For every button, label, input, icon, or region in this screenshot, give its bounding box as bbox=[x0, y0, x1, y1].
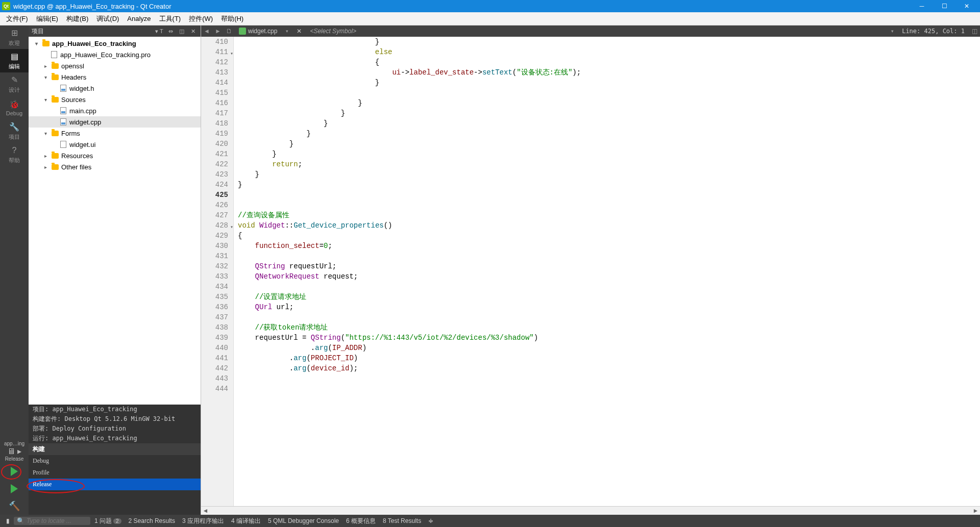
menu-edit[interactable]: 编辑(E) bbox=[32, 13, 62, 25]
menu-widgets[interactable]: 控件(W) bbox=[185, 13, 217, 25]
pane-app-output[interactable]: 3 应用程序输出 bbox=[179, 515, 227, 527]
locator[interactable]: 🔍 bbox=[14, 517, 90, 525]
tree-widget-h[interactable]: widget.h bbox=[29, 83, 201, 94]
scroll-left-icon[interactable]: ◄ bbox=[201, 507, 210, 515]
debug-run-button[interactable] bbox=[0, 480, 29, 497]
play-icon bbox=[11, 467, 18, 476]
mode-edit[interactable]: ▤编辑 bbox=[0, 49, 29, 72]
pane-test-results[interactable]: 8 Test Results bbox=[380, 515, 424, 527]
monitor-icon: 🖥 ▸ bbox=[0, 446, 29, 456]
link-icon[interactable]: ⇔ bbox=[166, 27, 175, 36]
locator-input[interactable] bbox=[27, 517, 88, 524]
build-button[interactable]: 🔨 bbox=[0, 497, 29, 515]
build-option-debug[interactable]: Debug bbox=[29, 455, 201, 467]
search-icon: 🔍 bbox=[17, 517, 24, 524]
maximize-button[interactable]: ☐ bbox=[933, 0, 955, 12]
project-panel-header: 项目 ▾ T ⇔ ◫ ✕ bbox=[29, 26, 201, 37]
tree-other-files[interactable]: ▸Other files bbox=[29, 161, 201, 172]
build-info-deploy: 部署: Deploy Configuration bbox=[29, 424, 201, 434]
pane-dropdown-icon[interactable]: ≑ bbox=[425, 515, 436, 527]
menu-file[interactable]: 文件(F) bbox=[2, 13, 32, 25]
cpp-file-icon bbox=[60, 107, 66, 114]
symbol-dropdown-icon[interactable]: ▾ bbox=[887, 26, 898, 37]
tree-project-root[interactable]: ▾app_Huawei_Eco_tracking bbox=[29, 38, 201, 49]
line-number-gutter[interactable]: 410411▾412413414415416417418419420421422… bbox=[201, 37, 234, 506]
pane-issues[interactable]: 1 问题 2 bbox=[91, 515, 125, 527]
tree-openssl[interactable]: ▸openssl bbox=[29, 60, 201, 71]
tree-widget-ui[interactable]: widget.ui bbox=[29, 139, 201, 150]
tab-close-button[interactable]: ✕ bbox=[292, 26, 306, 37]
line-col-indicator[interactable]: Line: 425, Col: 1 bbox=[898, 28, 969, 35]
run-controls: 🔨 bbox=[0, 463, 29, 515]
build-info-run: 运行: app_Huawei_Eco_tracking bbox=[29, 434, 201, 443]
project-tree[interactable]: ▾app_Huawei_Eco_tracking app_Huawei_Eco_… bbox=[29, 37, 201, 405]
nav-bookmark-button[interactable]: 🗋 bbox=[224, 26, 235, 37]
help-icon: ? bbox=[9, 145, 19, 156]
split-icon[interactable]: ◫ bbox=[177, 27, 186, 36]
chevron-down-icon: ▾ bbox=[33, 41, 40, 46]
nav-back-button[interactable]: ◄ bbox=[201, 26, 212, 37]
tree-sources[interactable]: ▾Sources bbox=[29, 94, 201, 105]
chevron-right-icon: ▸ bbox=[42, 153, 49, 159]
chevron-right-icon: ▸ bbox=[42, 164, 49, 170]
pane-search-results[interactable]: 2 Search Results bbox=[126, 515, 178, 527]
horizontal-scrollbar[interactable]: ◄ ► bbox=[201, 506, 980, 515]
title-bar: Qt widget.cpp @ app_Huawei_Eco_tracking … bbox=[0, 0, 980, 12]
chevron-right-icon: ▸ bbox=[42, 63, 49, 69]
cpp-file-icon bbox=[60, 118, 66, 126]
code-body[interactable]: } else { ui->label_dev_state->setText("设… bbox=[234, 37, 980, 506]
folder-icon bbox=[52, 63, 59, 69]
mode-debug[interactable]: 🐞Debug bbox=[0, 96, 29, 119]
folder-icon bbox=[52, 74, 59, 80]
cpp-tab-icon bbox=[239, 28, 246, 35]
pane-compile-output[interactable]: 4 编译输出 bbox=[228, 515, 264, 527]
folder-icon bbox=[52, 153, 59, 159]
filter-dropdown-icon[interactable]: ▾ T bbox=[155, 27, 164, 36]
menu-tools[interactable]: 工具(T) bbox=[155, 13, 185, 25]
editor-file-tab[interactable]: widget.cpp bbox=[235, 26, 281, 37]
edit-icon: ▤ bbox=[9, 52, 19, 62]
pane-general[interactable]: 6 概要信息 bbox=[343, 515, 379, 527]
close-button[interactable]: ✕ bbox=[955, 0, 978, 12]
tree-forms[interactable]: ▾Forms bbox=[29, 128, 201, 139]
window-controls: ─ ☐ ✕ bbox=[911, 0, 978, 12]
run-button[interactable] bbox=[0, 463, 29, 480]
tree-main-cpp[interactable]: main.cpp bbox=[29, 105, 201, 116]
tab-dropdown-icon[interactable]: ▾ bbox=[281, 26, 292, 37]
qt-logo-icon: Qt bbox=[2, 2, 10, 10]
toggle-sidebar-button[interactable]: ▮ bbox=[3, 515, 13, 527]
minimize-button[interactable]: ─ bbox=[911, 0, 933, 12]
chevron-down-icon: ▾ bbox=[42, 97, 49, 103]
build-option-profile[interactable]: Profile bbox=[29, 467, 201, 479]
mode-projects[interactable]: 🔧项目 bbox=[0, 119, 29, 143]
build-section-header: 构建 bbox=[29, 443, 201, 455]
tree-resources[interactable]: ▸Resources bbox=[29, 150, 201, 161]
menu-analyze[interactable]: Analyze bbox=[123, 13, 155, 25]
target-selector[interactable]: app…ing 🖥 ▸ Release bbox=[0, 440, 29, 463]
build-option-release[interactable]: Release bbox=[29, 479, 201, 490]
menu-debug[interactable]: 调试(D) bbox=[92, 13, 123, 25]
mode-help[interactable]: ?帮助 bbox=[0, 143, 29, 166]
chevron-down-icon: ▾ bbox=[42, 74, 49, 80]
folder-icon bbox=[52, 164, 59, 170]
tree-headers[interactable]: ▾Headers bbox=[29, 71, 201, 83]
menu-help[interactable]: 帮助(H) bbox=[217, 13, 248, 25]
split-editor-button[interactable]: ◫ bbox=[969, 26, 980, 37]
tree-pro-file[interactable]: app_Huawei_Eco_tracking.pro bbox=[29, 49, 201, 60]
scroll-right-icon[interactable]: ► bbox=[971, 507, 980, 515]
code-editor[interactable]: 410411▾412413414415416417418419420421422… bbox=[201, 37, 980, 506]
symbol-selector[interactable]: <Select Symbol> bbox=[306, 28, 887, 35]
tree-widget-cpp[interactable]: widget.cpp bbox=[29, 116, 201, 128]
play-debug-icon bbox=[11, 484, 18, 493]
mode-design[interactable]: ✎设计 bbox=[0, 72, 29, 96]
header-file-icon bbox=[60, 85, 66, 92]
close-panel-icon[interactable]: ✕ bbox=[188, 27, 198, 36]
ui-file-icon bbox=[60, 141, 66, 148]
window-title: widget.cpp @ app_Huawei_Eco_tracking - Q… bbox=[13, 3, 911, 10]
build-config-popup: 项目: app_Huawei_Eco_tracking 构建套件: Deskto… bbox=[29, 405, 201, 515]
nav-forward-button[interactable]: ► bbox=[212, 26, 224, 37]
mode-welcome[interactable]: ⊞欢迎 bbox=[0, 26, 29, 49]
menu-bar: 文件(F) 编辑(E) 构建(B) 调试(D) Analyze 工具(T) 控件… bbox=[0, 12, 980, 26]
pane-qml-console[interactable]: 5 QML Debugger Console bbox=[265, 515, 342, 527]
menu-build[interactable]: 构建(B) bbox=[62, 13, 92, 25]
